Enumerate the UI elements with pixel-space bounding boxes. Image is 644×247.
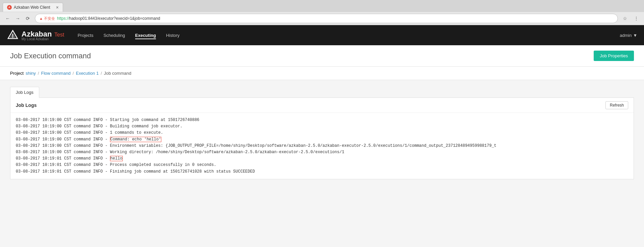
page-title: Job Execution command	[10, 52, 91, 60]
security-warning: ▲ 不安全	[39, 16, 55, 21]
log-line: 03-08-2017 10:19:01 CST command INFO - F…	[16, 169, 628, 175]
breadcrumb-execution-link[interactable]: Execution 1	[76, 71, 99, 76]
log-content: 03-08-2017 10:19:00 CST command INFO - S…	[10, 113, 634, 179]
log-line: 03-08-2017 10:19:00 CST command INFO - W…	[16, 149, 628, 156]
job-logs-title: Job Logs	[16, 103, 37, 108]
forward-button[interactable]: →	[13, 14, 22, 23]
log-line: 03-08-2017 10:19:00 CST command INFO - 1…	[16, 130, 628, 136]
tabs-container: Job Logs	[0, 80, 644, 98]
log-line: 03-08-2017 10:19:00 CST command INFO - E…	[16, 143, 628, 149]
page-header: Job Execution command Job Properties	[0, 45, 644, 67]
app-header: Azkaban Test My Local Azkaban Projects S…	[0, 25, 644, 45]
refresh-button[interactable]: Refresh	[605, 101, 628, 109]
breadcrumb-flow-link[interactable]: Flow command	[41, 71, 70, 76]
job-logs-header: Job Logs Refresh	[10, 98, 634, 113]
url-https: https://	[57, 16, 69, 21]
refresh-browser-button[interactable]: ⟳	[23, 14, 32, 23]
breadcrumb-project-link[interactable]: shiny	[25, 71, 36, 76]
tab-close-button[interactable]: ×	[56, 5, 59, 10]
breadcrumb: Project shiny / Flow command / Execution…	[0, 67, 644, 80]
log-line: 03-08-2017 10:19:01 CST command INFO - h…	[16, 156, 628, 162]
bookmark-button[interactable]: ☆	[621, 14, 629, 23]
log-highlight-hello: hello	[110, 156, 123, 161]
breadcrumb-current: Job command	[104, 71, 131, 76]
logo-icon	[7, 29, 19, 41]
logo-subtitle: My Local Azkaban	[21, 37, 64, 41]
user-dropdown-icon: ▼	[633, 33, 637, 38]
url-text: https://hadoop01:8443/executor?execid=1&…	[57, 16, 160, 21]
logo-name: Azkaban	[21, 30, 52, 38]
logo-test: Test	[54, 32, 64, 38]
breadcrumb-sep2: /	[73, 71, 74, 76]
browser-chrome: A Azkaban Web Client × ← → ⟳ ▲ 不安全 https…	[0, 0, 644, 25]
nav-projects[interactable]: Projects	[77, 32, 93, 39]
breadcrumb-sep3: /	[101, 71, 102, 76]
log-line: 03-08-2017 10:19:00 CST command INFO - C…	[16, 136, 628, 143]
breadcrumb-project-label: Project	[10, 71, 23, 76]
log-line: 03-08-2017 10:19:00 CST command INFO - B…	[16, 123, 628, 130]
nav-buttons: ← → ⟳	[3, 14, 32, 23]
address-bar: ← → ⟳ ▲ 不安全 https://hadoop01:8443/execut…	[0, 12, 644, 25]
logo-area: Azkaban Test My Local Azkaban	[7, 29, 64, 41]
job-properties-button[interactable]: Job Properties	[594, 51, 634, 61]
log-line: 03-08-2017 10:19:01 CST command INFO - P…	[16, 162, 628, 168]
tab-title: Azkaban Web Client	[14, 5, 50, 10]
url-bar[interactable]: ▲ 不安全 https://hadoop01:8443/executor?exe…	[35, 14, 618, 23]
log-highlight-command: Command: echo 'hello'	[110, 137, 161, 142]
tab-favicon: A	[7, 5, 12, 10]
username: admin	[620, 33, 632, 38]
browser-tab[interactable]: A Azkaban Web Client ×	[3, 3, 63, 12]
logo-text-area: Azkaban Test My Local Azkaban	[21, 30, 64, 41]
page-content: Job Execution command Job Properties Pro…	[0, 45, 644, 233]
breadcrumb-sep1: /	[38, 71, 39, 76]
menu-button[interactable]: ⋮	[632, 14, 641, 23]
tab-job-logs[interactable]: Job Logs	[10, 87, 39, 98]
log-line: 03-08-2017 10:19:00 CST command INFO - S…	[16, 117, 628, 123]
tab-list: Job Logs	[10, 87, 634, 98]
svg-point-3	[12, 37, 13, 38]
nav-history[interactable]: History	[166, 32, 179, 39]
back-button[interactable]: ←	[3, 14, 12, 23]
tab-bar: A Azkaban Web Client ×	[0, 0, 644, 12]
main-nav: Projects Scheduling Executing History	[77, 32, 179, 39]
url-rest: hadoop01:8443/executor?execid=1&job=comm…	[69, 16, 160, 21]
user-menu[interactable]: admin ▼	[620, 33, 637, 38]
job-logs-panel: Job Logs Refresh 03-08-2017 10:19:00 CST…	[10, 98, 634, 179]
nav-executing[interactable]: Executing	[135, 32, 156, 39]
nav-scheduling[interactable]: Scheduling	[103, 32, 125, 39]
